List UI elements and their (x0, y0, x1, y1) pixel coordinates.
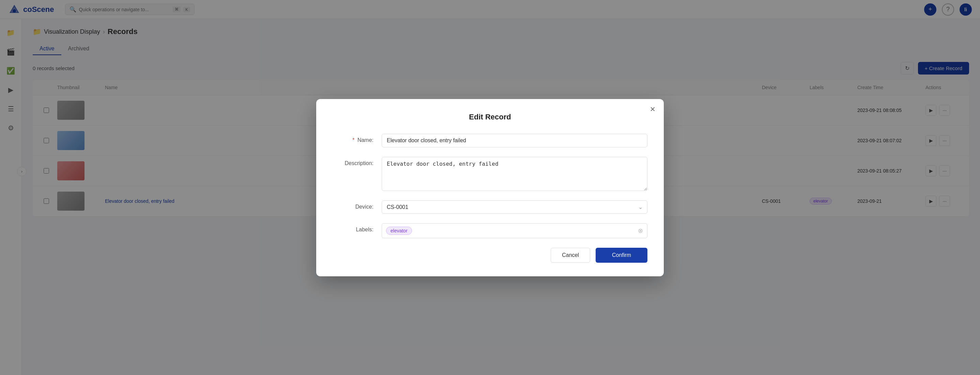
labels-field[interactable]: elevator ⊗ (382, 223, 648, 238)
device-form-row: Device: CS-0001 ⌄ (332, 201, 648, 214)
modal-close-button[interactable]: ✕ (650, 106, 655, 112)
labels-clear-button[interactable]: ⊗ (638, 227, 643, 234)
modal-title: Edit Record (332, 112, 648, 122)
device-label: Device: (332, 201, 374, 210)
description-input[interactable]: Elevator door closed, entry failed (382, 157, 648, 191)
description-form-row: Description: Elevator door closed, entry… (332, 157, 648, 191)
confirm-button[interactable]: Confirm (596, 248, 648, 263)
cancel-button[interactable]: Cancel (550, 248, 590, 263)
name-label: * Name: (332, 134, 374, 143)
device-select[interactable]: CS-0001 (382, 201, 648, 214)
name-form-row: * Name: (332, 134, 648, 147)
label-tag: elevator (386, 226, 412, 235)
description-label: Description: (332, 157, 374, 166)
modal-overlay: ✕ Edit Record * Name: Description: Eleva… (0, 0, 980, 375)
modal-footer: Cancel Confirm (332, 248, 648, 263)
labels-label: Labels: (332, 223, 374, 233)
name-required-mark: * (352, 137, 355, 143)
labels-form-row: Labels: elevator ⊗ (332, 223, 648, 238)
edit-record-modal: ✕ Edit Record * Name: Description: Eleva… (316, 99, 664, 276)
device-select-wrapper: CS-0001 ⌄ (382, 201, 648, 214)
name-label-text: Name: (358, 137, 374, 143)
name-input[interactable] (382, 134, 648, 147)
